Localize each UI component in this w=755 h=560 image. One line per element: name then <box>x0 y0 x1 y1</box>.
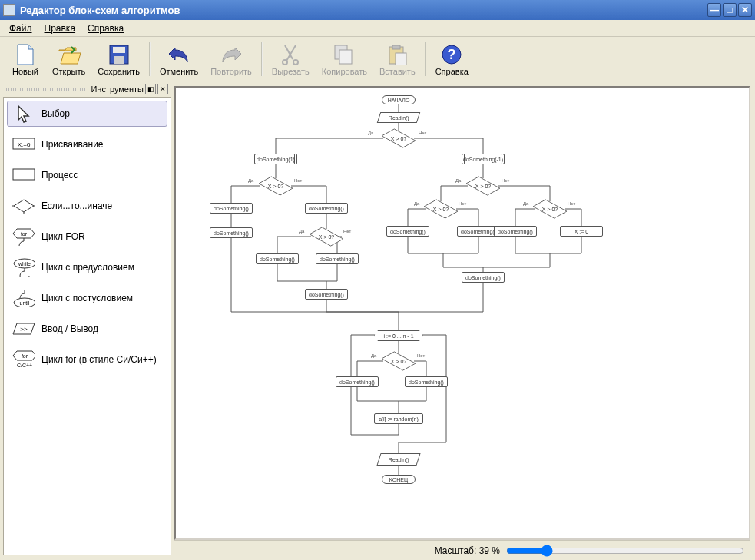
edge-no: Нет <box>502 178 509 183</box>
panel-close-button[interactable]: ✕ <box>157 84 168 94</box>
node-do-r1[interactable]: doSomething() <box>386 226 429 237</box>
status-bar: Масштаб: 39 % <box>174 540 750 560</box>
node-do-r4[interactable]: doSomething() <box>462 272 505 283</box>
menubar: Файл Правка Справка <box>0 20 755 37</box>
diamond-icon <box>12 197 35 215</box>
paste-icon <box>385 42 409 67</box>
panel-grip[interactable] <box>6 88 86 91</box>
toolbar-copy[interactable]: Копировать <box>316 41 373 78</box>
tool-for[interactable]: for Цикл FOR <box>7 224 167 250</box>
zoom-slider[interactable] <box>506 545 744 557</box>
svg-text:C/C++: C/C++ <box>17 363 32 368</box>
svg-text:until: until <box>20 300 30 306</box>
svg-rect-2 <box>114 56 124 64</box>
copy-icon <box>332 42 356 67</box>
edge-yes: Да <box>371 353 376 358</box>
app-icon <box>3 4 15 16</box>
node-do-for2[interactable]: doSomething() <box>405 376 448 387</box>
edge-yes: Да <box>523 201 528 206</box>
tool-forc[interactable]: forC/C++ Цикл for (в стиле Си/Си++) <box>7 346 167 373</box>
edge-yes: Да <box>248 178 253 183</box>
node-do-l6[interactable]: doSomething() <box>305 289 348 300</box>
toolbar: Новый Открыть Сохранить Отменить Повтори… <box>0 37 755 81</box>
toolbar-separator <box>261 42 263 76</box>
minimize-button[interactable]: — <box>707 3 721 17</box>
node-end[interactable]: КОНЕЦ <box>382 475 416 484</box>
while-loop-icon: while <box>12 258 35 277</box>
close-button[interactable]: ✕ <box>738 3 752 17</box>
svg-point-4 <box>293 60 298 65</box>
tool-select[interactable]: Выбор <box>7 101 167 127</box>
node-cond-l1[interactable]: X > 0? <box>260 177 291 195</box>
node-do-l5[interactable]: doSomething() <box>316 253 359 264</box>
canvas[interactable]: НАЧАЛО Readln() X > 0? Да Нет doSomethin… <box>174 86 750 540</box>
node-start[interactable]: НАЧАЛО <box>382 95 416 104</box>
node-do-l3[interactable]: doSomething() <box>305 203 348 214</box>
toolbar-open[interactable]: Открыть <box>46 41 91 78</box>
tool-until[interactable]: until Цикл с постусловием <box>7 285 167 311</box>
tool-while[interactable]: while Цикл с предусловием <box>7 254 167 280</box>
node-do-l2[interactable]: doSomething() <box>210 227 253 238</box>
node-cond-top[interactable]: X > 0? <box>383 129 414 147</box>
menu-help[interactable]: Справка <box>81 22 130 35</box>
tool-process[interactable]: Процесс <box>7 162 167 188</box>
forc-loop-icon: forC/C++ <box>12 350 35 369</box>
until-loop-icon: until <box>12 289 35 307</box>
edge-no: Нет <box>568 201 575 206</box>
menu-file[interactable]: Файл <box>3 22 38 35</box>
edge-yes: Да <box>299 229 304 234</box>
node-do-l1[interactable]: doSomething() <box>210 203 253 214</box>
node-cond-r3[interactable]: X > 0? <box>535 200 565 218</box>
node-cond-r1[interactable]: X > 0? <box>468 177 498 195</box>
io-icon: >> <box>12 320 35 338</box>
node-cond-l2[interactable]: X > 0? <box>311 227 342 246</box>
canvas-wrapper: НАЧАЛО Readln() X > 0? Да Нет doSomethin… <box>174 81 755 560</box>
workspace: Инструменты ◧ ✕ Выбор X:=0 Присваивание <box>0 81 755 560</box>
toolbar-separator <box>425 42 426 76</box>
node-for-head[interactable]: i := 0 ... n - 1 <box>374 330 423 341</box>
svg-rect-1 <box>113 47 125 53</box>
panel-undock-button[interactable]: ◧ <box>145 84 156 94</box>
node-do1[interactable]: doSomething(1) <box>254 154 297 164</box>
toolbar-redo[interactable]: Повторить <box>204 41 258 78</box>
edge-no: Нет <box>417 353 425 358</box>
tool-io[interactable]: >> Ввод / Вывод <box>7 316 167 342</box>
undo-icon <box>167 42 191 67</box>
tool-ifelse[interactable]: Если...то...иначе <box>7 193 167 219</box>
node-do-r3[interactable]: doSomething() <box>494 226 537 237</box>
node-do-l4[interactable]: doSomething() <box>256 253 299 264</box>
toolbar-undo[interactable]: Отменить <box>154 41 204 78</box>
node-cond-r2[interactable]: X > 0? <box>426 200 456 218</box>
toolbar-new[interactable]: Новый <box>5 41 46 78</box>
for-loop-icon: for <box>12 227 35 246</box>
svg-rect-14 <box>13 169 35 180</box>
node-arr[interactable]: a[i] := random(n) <box>374 413 423 424</box>
redo-icon <box>219 42 243 67</box>
flowchart: НАЧАЛО Readln() X > 0? Да Нет doSomethin… <box>176 88 749 538</box>
toolbar-separator <box>149 42 151 76</box>
assign-icon: X:=0 <box>12 135 35 154</box>
svg-point-3 <box>283 60 287 65</box>
svg-rect-6 <box>339 50 352 64</box>
svg-text:for: for <box>21 231 28 237</box>
node-xzero[interactable]: X := 0 <box>560 226 603 237</box>
svg-text:while: while <box>18 261 31 267</box>
tool-assign[interactable]: X:=0 Присваивание <box>7 131 167 157</box>
toolbar-cut[interactable]: Вырезать <box>266 41 316 78</box>
toolbar-help[interactable]: ? Справка <box>429 41 475 78</box>
maximize-button[interactable]: □ <box>723 3 737 17</box>
save-icon <box>107 42 131 67</box>
node-readln-1[interactable]: Readln() <box>377 112 421 123</box>
edge-yes: Да <box>455 178 461 183</box>
svg-text:?: ? <box>448 47 456 62</box>
node-cond-for[interactable]: X > 0? <box>383 352 414 370</box>
node-do-for1[interactable]: doSomething() <box>336 376 379 387</box>
menu-edit[interactable]: Правка <box>38 22 82 35</box>
process-icon <box>12 166 35 184</box>
node-readln-2[interactable]: Readln() <box>376 453 420 466</box>
node-dom1[interactable]: doSomething(-1) <box>462 154 505 164</box>
svg-marker-15 <box>14 200 34 212</box>
toolbar-paste[interactable]: Вставить <box>373 41 422 78</box>
edge-no: Нет <box>419 131 426 135</box>
toolbar-save[interactable]: Сохранить <box>91 41 146 78</box>
